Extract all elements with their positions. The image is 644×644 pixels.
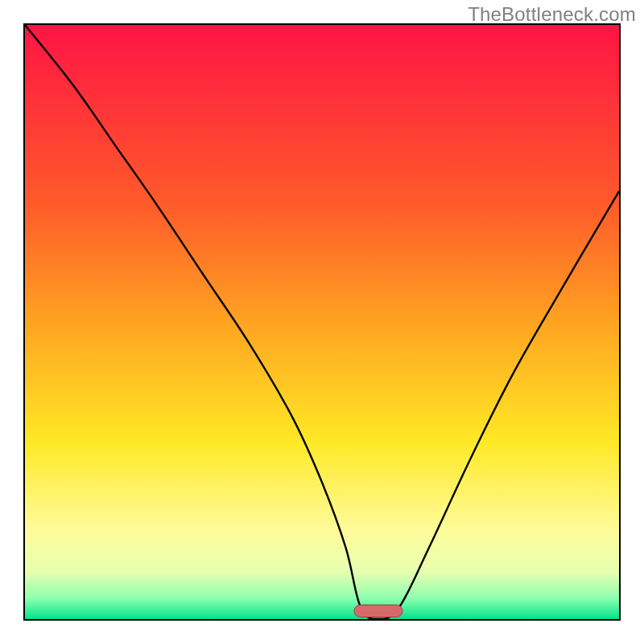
- bottleneck-curve: [23, 23, 621, 621]
- optimal-range-marker: [354, 605, 403, 617]
- plot-area: [23, 23, 621, 621]
- watermark-text: TheBottleneck.com: [468, 3, 636, 26]
- chart-stage: TheBottleneck.com: [0, 0, 644, 644]
